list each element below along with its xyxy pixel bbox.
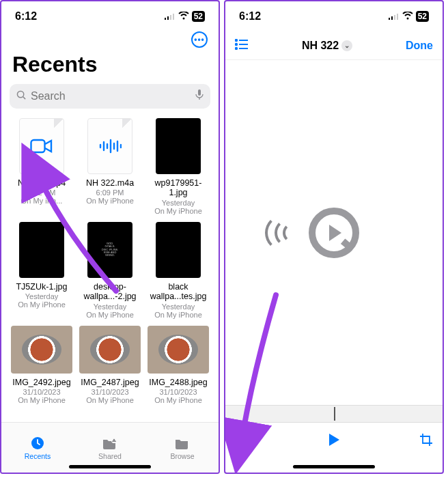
tab-recents[interactable]: Recents	[1, 423, 74, 473]
file-location: On My iPhone	[86, 311, 134, 319]
media-preview	[225, 60, 443, 405]
file-location: On My iPhone	[154, 311, 202, 319]
files-grid: NH 322.mp46:12 PMOn My iPh...NH 322.m4a6…	[1, 118, 219, 412]
svg-rect-8	[31, 140, 45, 152]
file-item[interactable]: TJ5ZUk-1.jpgYesterdayOn My iPhone	[10, 222, 74, 319]
file-time: Yesterday	[162, 199, 195, 207]
file-time: Yesterday	[94, 303, 127, 311]
clock-icon	[29, 436, 46, 451]
wifi-icon	[402, 10, 413, 23]
file-location: On My iPhone	[154, 207, 202, 215]
svg-rect-22	[397, 14, 398, 20]
file-name: NH 322.mp4	[18, 178, 66, 188]
microphone-icon[interactable]	[195, 89, 204, 103]
tab-browse[interactable]: Browse	[146, 423, 219, 473]
file-time: 31/10/2023	[91, 388, 128, 396]
svg-rect-21	[394, 15, 395, 20]
tab-label: Recents	[25, 452, 51, 460]
nav-bar: NH 322 ⌄ Done	[225, 31, 443, 60]
home-indicator[interactable]	[69, 465, 151, 468]
quicktime-audio-icon	[265, 208, 403, 258]
tab-bar: Recents Shared Browse	[1, 422, 219, 473]
list-view-button[interactable]	[235, 39, 249, 53]
svg-point-27	[236, 47, 237, 48]
status-bar: 6:12 52	[225, 1, 443, 31]
folder-icon	[174, 436, 191, 451]
file-location: On My iPhone	[86, 396, 134, 404]
cellular-icon	[389, 10, 400, 23]
file-location: On My iPhone	[18, 396, 66, 404]
svg-rect-19	[389, 18, 390, 20]
svg-point-25	[236, 43, 237, 44]
status-time: 6:12	[15, 10, 37, 23]
file-item[interactable]: IMG_2487.jpeg31/10/2023On My iPhone	[78, 326, 142, 404]
video-icon	[30, 138, 53, 154]
file-item[interactable]: NH 322.m4a6:09 PMOn My iPhone	[78, 118, 142, 215]
file-item[interactable]: IMG_2488.jpeg31/10/2023On My iPhone	[146, 326, 210, 404]
battery-icon: 52	[192, 11, 205, 22]
file-time: 6:12 PM	[28, 188, 56, 197]
battery-icon: 52	[416, 11, 429, 22]
play-button[interactable]	[328, 433, 340, 449]
status-bar: 6:12 52	[1, 1, 219, 31]
file-name: IMG_2492.jpeg	[12, 378, 70, 387]
files-app-screen: 6:12 52 ••• Recents NH 3	[0, 0, 220, 474]
file-thumbnail	[148, 326, 209, 374]
search-bar[interactable]	[10, 84, 210, 109]
svg-point-23	[236, 39, 237, 40]
file-name: IMG_2488.jpeg	[149, 378, 207, 387]
search-icon	[16, 90, 27, 103]
search-input[interactable]	[31, 90, 195, 102]
svg-rect-0	[165, 18, 166, 20]
file-location: On My iPh...	[21, 197, 63, 205]
home-indicator[interactable]	[293, 465, 375, 468]
svg-line-5	[23, 96, 25, 98]
file-name: black wallpa...tes.jpg	[146, 282, 210, 302]
svg-rect-3	[173, 14, 174, 20]
file-item[interactable]: wp9179951-1.jpgYesterdayOn My iPhone	[146, 118, 210, 215]
title-text: NH 322	[302, 40, 339, 52]
file-thumbnail: GOD.GOALS.DISC IPLINE.RISE ANDGRIND.	[87, 222, 132, 278]
file-thumbnail	[79, 326, 141, 374]
file-thumbnail	[156, 118, 201, 174]
file-time: Yesterday	[25, 292, 59, 300]
file-location: On My iPhone	[18, 300, 66, 309]
file-name: desktop-wallpa...-2.jpg	[78, 282, 142, 302]
audio-waveform-icon	[98, 138, 122, 154]
done-button[interactable]: Done	[406, 40, 433, 52]
file-item[interactable]: GOD.GOALS.DISC IPLINE.RISE ANDGRIND.desk…	[78, 222, 142, 319]
svg-rect-20	[391, 16, 393, 20]
file-thumbnail	[156, 222, 201, 278]
nav-title[interactable]: NH 322 ⌄	[302, 40, 352, 52]
timeline-scrubber[interactable]	[225, 405, 443, 423]
svg-point-4	[17, 91, 23, 97]
chevron-down-icon: ⌄	[341, 40, 352, 51]
status-indicators: 52	[165, 10, 205, 23]
file-time: 31/10/2023	[159, 388, 197, 396]
file-location: On My iPhone	[154, 396, 202, 404]
file-item[interactable]: black wallpa...tes.jpgYesterdayOn My iPh…	[146, 222, 210, 319]
preview-screen: 6:12 52 NH 322 ⌄ Done	[224, 0, 444, 474]
file-name: NH 322.m4a	[86, 178, 134, 188]
shared-folder-icon	[102, 436, 118, 451]
file-thumbnail	[19, 118, 64, 174]
file-thumbnail	[19, 222, 64, 278]
more-options-button[interactable]: •••	[191, 31, 208, 48]
file-item[interactable]: IMG_2492.jpeg31/10/2023On My iPhone	[10, 326, 74, 404]
file-thumbnail	[11, 326, 72, 374]
crop-trim-button[interactable]	[419, 433, 433, 449]
svg-rect-2	[170, 15, 171, 20]
file-thumbnail	[87, 118, 132, 174]
share-button[interactable]	[235, 432, 249, 451]
wifi-icon	[178, 10, 189, 23]
status-indicators: 52	[389, 10, 429, 23]
svg-rect-6	[198, 89, 201, 96]
svg-rect-1	[167, 16, 169, 20]
file-time: Yesterday	[162, 303, 195, 311]
cellular-icon	[165, 10, 176, 23]
file-location: On My iPhone	[86, 197, 134, 205]
tab-label: Shared	[98, 452, 122, 460]
file-item[interactable]: NH 322.mp46:12 PMOn My iPh...	[10, 118, 74, 215]
tab-label: Browse	[170, 452, 194, 460]
playhead-indicator	[334, 407, 335, 421]
